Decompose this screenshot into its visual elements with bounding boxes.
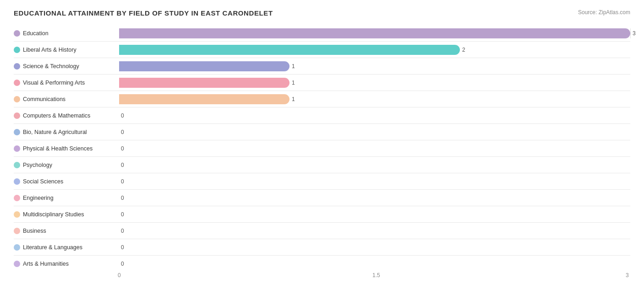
bar-row: Psychology0 [14, 157, 630, 173]
bar-container: 0 [119, 177, 630, 187]
x-axis-label: 1.5 [372, 272, 380, 278]
chart-area: Education3Liberal Arts & History2Science… [14, 25, 630, 281]
bar-label: Multidisciplinary Studies [23, 211, 84, 218]
bar-label: Visual & Performing Arts [23, 80, 85, 86]
source-text: Source: ZipAtlas.com [578, 9, 630, 16]
bar-dot [14, 244, 20, 251]
bar-container: 1 [119, 61, 630, 71]
bar-label: Business [23, 228, 46, 234]
bar-dot [14, 47, 20, 53]
bar-container: 0 [119, 127, 630, 137]
bar-fill [119, 78, 289, 88]
label-cell: Arts & Humanities [14, 261, 119, 267]
label-cell: Multidisciplinary Studies [14, 211, 119, 218]
bar-value-label: 3 [633, 28, 636, 38]
bar-row: Social Sciences0 [14, 173, 630, 190]
bar-row: Physical & Health Sciences0 [14, 140, 630, 157]
bar-dot [14, 228, 20, 234]
bar-dot [14, 112, 20, 119]
label-cell: Education [14, 30, 119, 37]
bar-fill [119, 61, 289, 71]
label-cell: Visual & Performing Arts [14, 80, 119, 86]
label-cell: Engineering [14, 195, 119, 201]
bar-container: 0 [119, 193, 630, 203]
bar-row: Bio, Nature & Agricultural0 [14, 124, 630, 140]
bar-dot [14, 261, 20, 267]
bar-dot [14, 129, 20, 135]
bar-row: Education3 [14, 25, 630, 42]
bar-label: Engineering [23, 195, 54, 201]
label-cell: Physical & Health Sciences [14, 145, 119, 152]
bar-container: 3 [119, 28, 630, 38]
bar-dot [14, 80, 20, 86]
label-cell: Communications [14, 96, 119, 102]
bar-label: Bio, Nature & Agricultural [23, 129, 87, 135]
bar-row: Arts & Humanities0 [14, 256, 630, 272]
label-cell: Literature & Languages [14, 244, 119, 251]
bar-row: Visual & Performing Arts1 [14, 75, 630, 91]
bar-value-label: 0 [121, 226, 124, 236]
bar-container: 0 [119, 111, 630, 121]
bar-dot [14, 178, 20, 185]
bar-value-label: 0 [121, 111, 124, 121]
bar-fill [119, 28, 630, 38]
bar-value-label: 0 [121, 144, 124, 154]
bar-value-label: 0 [121, 177, 124, 187]
bar-label: Social Sciences [23, 178, 63, 185]
bar-label: Literature & Languages [23, 244, 82, 251]
bar-value-label: 0 [121, 160, 124, 170]
bar-container: 0 [119, 226, 630, 236]
bar-value-label: 0 [121, 127, 124, 137]
bar-container: 1 [119, 94, 630, 104]
label-cell: Computers & Mathematics [14, 112, 119, 119]
bar-value-label: 1 [292, 61, 295, 71]
bar-label: Computers & Mathematics [23, 112, 90, 119]
bar-row: Science & Technology1 [14, 58, 630, 75]
bar-row: Liberal Arts & History2 [14, 42, 630, 58]
label-cell: Business [14, 228, 119, 234]
bar-row: Multidisciplinary Studies0 [14, 206, 630, 223]
bar-label: Science & Technology [23, 63, 79, 70]
bar-container: 1 [119, 78, 630, 88]
bar-row: Computers & Mathematics0 [14, 107, 630, 124]
bar-label: Liberal Arts & History [23, 47, 76, 53]
bar-container: 0 [119, 209, 630, 219]
bar-container: 2 [119, 45, 630, 55]
x-axis-label: 0 [118, 272, 121, 278]
bar-dot [14, 211, 20, 218]
x-axis-label: 3 [626, 272, 629, 278]
bar-dot [14, 63, 20, 70]
chart-title: EDUCATIONAL ATTAINMENT BY FIELD OF STUDY… [14, 9, 273, 17]
bar-value-label: 0 [121, 193, 124, 203]
bar-row: Literature & Languages0 [14, 239, 630, 256]
label-cell: Social Sciences [14, 178, 119, 185]
bar-value-label: 2 [462, 45, 465, 55]
bar-value-label: 1 [292, 94, 295, 104]
bar-row: Engineering0 [14, 190, 630, 206]
bar-dot [14, 195, 20, 201]
bar-row: Business0 [14, 223, 630, 239]
bar-row: Communications1 [14, 91, 630, 107]
bar-value-label: 1 [292, 78, 295, 88]
bar-dot [14, 145, 20, 152]
bar-fill [119, 94, 289, 104]
bar-dot [14, 96, 20, 102]
bar-label: Education [23, 30, 49, 37]
bar-dot [14, 162, 20, 168]
bar-label: Physical & Health Sciences [23, 145, 93, 152]
label-cell: Liberal Arts & History [14, 47, 119, 53]
bar-container: 0 [119, 259, 630, 269]
bar-label: Psychology [23, 162, 52, 168]
label-cell: Bio, Nature & Agricultural [14, 129, 119, 135]
bar-container: 0 [119, 242, 630, 252]
bar-fill [119, 45, 460, 55]
label-cell: Science & Technology [14, 63, 119, 70]
bar-dot [14, 30, 20, 37]
bar-container: 0 [119, 160, 630, 170]
bar-label: Communications [23, 96, 65, 102]
bar-value-label: 0 [121, 209, 124, 219]
bar-value-label: 0 [121, 259, 124, 269]
bar-label: Arts & Humanities [23, 261, 69, 267]
bar-container: 0 [119, 144, 630, 154]
label-cell: Psychology [14, 162, 119, 168]
